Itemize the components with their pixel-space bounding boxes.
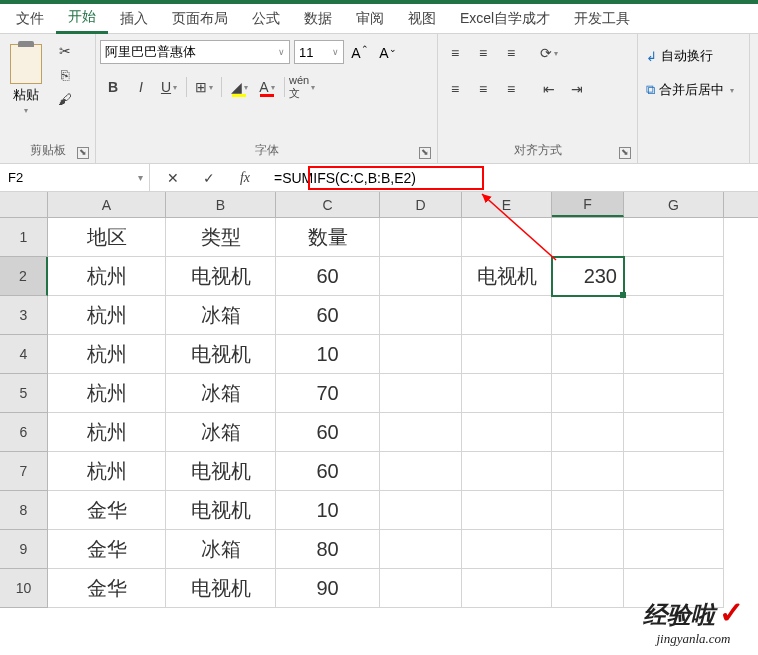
- cell[interactable]: [624, 491, 724, 530]
- cell[interactable]: 杭州: [48, 413, 166, 452]
- col-header-a[interactable]: A: [48, 192, 166, 217]
- align-bottom-button[interactable]: ≡: [498, 40, 524, 66]
- tab-data[interactable]: 数据: [292, 5, 344, 33]
- cell[interactable]: [552, 296, 624, 335]
- cell[interactable]: [552, 413, 624, 452]
- row-header[interactable]: 3: [0, 296, 48, 335]
- copy-button[interactable]: ⎘: [54, 64, 76, 86]
- grow-font-button[interactable]: A⌃: [348, 40, 372, 64]
- cell[interactable]: [552, 452, 624, 491]
- shrink-font-button[interactable]: A⌄: [376, 40, 400, 64]
- cell[interactable]: 地区: [48, 218, 166, 257]
- underline-button[interactable]: U▾: [156, 74, 182, 100]
- italic-button[interactable]: I: [128, 74, 154, 100]
- col-header-g[interactable]: G: [624, 192, 724, 217]
- cancel-edit-button[interactable]: ✕: [160, 165, 186, 191]
- cell[interactable]: 60: [276, 413, 380, 452]
- font-launcher[interactable]: ⬊: [419, 147, 431, 159]
- row-header[interactable]: 9: [0, 530, 48, 569]
- cell-selected[interactable]: 230: [552, 257, 624, 296]
- align-center-button[interactable]: ≡: [470, 76, 496, 102]
- cell[interactable]: [552, 218, 624, 257]
- cell[interactable]: [380, 374, 462, 413]
- row-header[interactable]: 1: [0, 218, 48, 257]
- cell[interactable]: [380, 491, 462, 530]
- cell[interactable]: 60: [276, 257, 380, 296]
- cell[interactable]: [552, 569, 624, 608]
- cell[interactable]: [380, 530, 462, 569]
- paste-button[interactable]: 粘贴 ▾: [4, 40, 48, 119]
- cell[interactable]: [624, 218, 724, 257]
- align-top-button[interactable]: ≡: [442, 40, 468, 66]
- tab-insert[interactable]: 插入: [108, 5, 160, 33]
- format-painter-button[interactable]: 🖌: [54, 88, 76, 110]
- tab-custom[interactable]: Excel自学成才: [448, 5, 562, 33]
- cell[interactable]: [380, 257, 462, 296]
- cell[interactable]: 杭州: [48, 257, 166, 296]
- cell[interactable]: [380, 569, 462, 608]
- cell[interactable]: 70: [276, 374, 380, 413]
- col-header-d[interactable]: D: [380, 192, 462, 217]
- wrap-text-button[interactable]: ↲自动换行: [642, 44, 738, 68]
- tab-view[interactable]: 视图: [396, 5, 448, 33]
- cell[interactable]: [552, 374, 624, 413]
- fill-color-button[interactable]: ◢▾: [226, 74, 252, 100]
- formula-input[interactable]: =SUMIFS(C:C,B:B,E2): [268, 164, 758, 191]
- cell[interactable]: 90: [276, 569, 380, 608]
- cell[interactable]: [624, 335, 724, 374]
- merge-center-button[interactable]: ⧉合并后居中▾: [642, 78, 738, 102]
- tab-formulas[interactable]: 公式: [240, 5, 292, 33]
- cell[interactable]: 冰箱: [166, 413, 276, 452]
- row-header[interactable]: 8: [0, 491, 48, 530]
- indent-inc-button[interactable]: ⇥: [564, 76, 590, 102]
- align-middle-button[interactable]: ≡: [470, 40, 496, 66]
- cell[interactable]: [552, 530, 624, 569]
- cell[interactable]: [462, 452, 552, 491]
- indent-dec-button[interactable]: ⇤: [536, 76, 562, 102]
- cell[interactable]: 60: [276, 452, 380, 491]
- name-box[interactable]: F2▾: [0, 164, 150, 191]
- phonetic-button[interactable]: wén文▾: [289, 74, 315, 100]
- cell[interactable]: 金华: [48, 530, 166, 569]
- clipboard-launcher[interactable]: ⬊: [77, 147, 89, 159]
- row-header[interactable]: 7: [0, 452, 48, 491]
- cell[interactable]: [380, 452, 462, 491]
- cell[interactable]: [462, 530, 552, 569]
- select-all-cell[interactable]: [0, 192, 48, 217]
- align-launcher[interactable]: ⬊: [619, 147, 631, 159]
- cell[interactable]: 杭州: [48, 296, 166, 335]
- col-header-b[interactable]: B: [166, 192, 276, 217]
- cell[interactable]: 电视机: [462, 257, 552, 296]
- cell[interactable]: 数量: [276, 218, 380, 257]
- cell[interactable]: [462, 218, 552, 257]
- font-color-button[interactable]: A▾: [254, 74, 280, 100]
- cell[interactable]: 10: [276, 335, 380, 374]
- cell[interactable]: [380, 413, 462, 452]
- cell[interactable]: [552, 491, 624, 530]
- cell[interactable]: [462, 335, 552, 374]
- cell[interactable]: [624, 374, 724, 413]
- cell[interactable]: [624, 530, 724, 569]
- cell[interactable]: [380, 296, 462, 335]
- insert-function-button[interactable]: fx: [232, 165, 258, 191]
- row-header[interactable]: 10: [0, 569, 48, 608]
- cell[interactable]: 类型: [166, 218, 276, 257]
- cell[interactable]: [462, 569, 552, 608]
- cell[interactable]: [380, 218, 462, 257]
- align-left-button[interactable]: ≡: [442, 76, 468, 102]
- cell[interactable]: [624, 452, 724, 491]
- cell[interactable]: 电视机: [166, 335, 276, 374]
- cell[interactable]: [380, 335, 462, 374]
- cell[interactable]: 冰箱: [166, 296, 276, 335]
- row-header[interactable]: 6: [0, 413, 48, 452]
- cut-button[interactable]: ✂: [54, 40, 76, 62]
- cell[interactable]: [462, 296, 552, 335]
- cell[interactable]: 冰箱: [166, 374, 276, 413]
- tab-home[interactable]: 开始: [56, 3, 108, 34]
- cell[interactable]: [624, 296, 724, 335]
- font-name-select[interactable]: 阿里巴巴普惠体∨: [100, 40, 290, 64]
- cell[interactable]: [552, 335, 624, 374]
- cell[interactable]: 杭州: [48, 374, 166, 413]
- tab-review[interactable]: 审阅: [344, 5, 396, 33]
- row-header[interactable]: 4: [0, 335, 48, 374]
